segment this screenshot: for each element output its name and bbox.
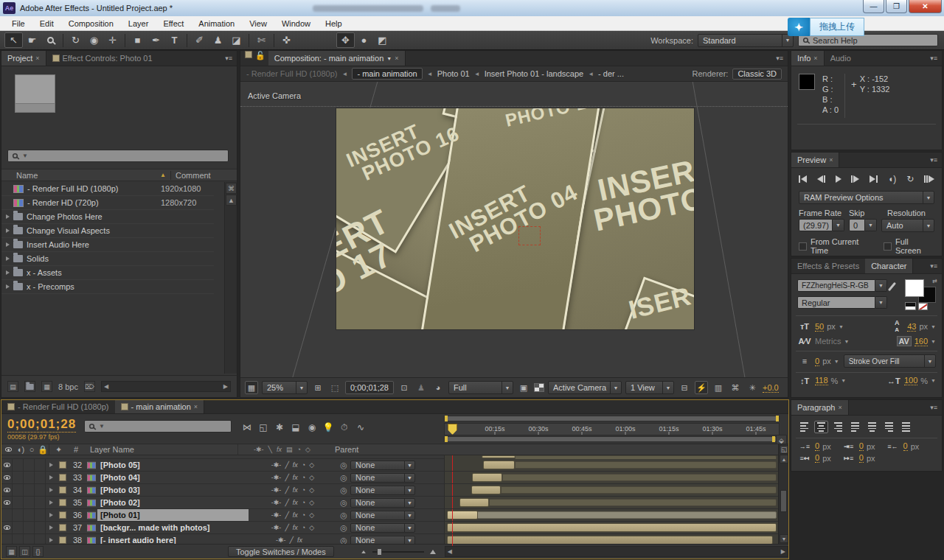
horizontal-scale-value[interactable]: 100 [904,376,917,385]
space-before-control[interactable]: ≡↤ 0px [797,453,831,463]
layer-row-32[interactable]: 32 [Photo 05] -✱-╱fx◔◇ ◎ None▼ [1,459,788,472]
exposure-value[interactable]: +0.0 [763,383,779,393]
stroke-mode-dropdown[interactable]: Stroke Over Fill ▼ [844,354,936,368]
rotation-tool[interactable]: ↻ [66,32,85,48]
tab-paragraph[interactable]: Paragraph× [791,400,849,415]
tab-timeline-main[interactable]: - main animation × [115,400,205,413]
layer-name[interactable]: [Photo 05] [97,459,249,471]
justify-last-center-button[interactable] [865,421,879,433]
expand-triangle-icon[interactable] [6,284,10,289]
from-current-time-checkbox[interactable] [799,242,807,251]
ram-preview-options-dropdown[interactable]: RAM Preview Options ▼ [799,191,934,204]
draft-3d-icon[interactable]: ◱ [255,420,271,435]
timeline-column-headers[interactable]: ◖) ○ 🔒 ✦ # Layer Name -✱-╲fx▤◔◇ Parent [1,444,788,455]
close-icon[interactable]: × [829,156,833,164]
scroll-up-icon[interactable]: ▲ [780,455,788,463]
tab-effects-presets[interactable]: Effects & Presets [791,259,865,273]
timeline-vscrollbar[interactable]: ◱ ▲ ▼ [778,444,788,544]
time-ruler[interactable]: 00:15s 00:30s 00:45s 01:00s 01:15s 01:30… [444,423,780,435]
panel-menu-icon[interactable]: ▾≡ [221,51,237,66]
toggle-switches-modes-button[interactable]: Toggle Switches / Modes [228,546,334,557]
project-hscrollbar[interactable]: ◀▶ [101,381,231,392]
new-composition-icon[interactable]: ▦ [41,381,52,392]
flowchart-icon[interactable]: ⌘ [226,183,237,194]
tab-info[interactable]: Info× [791,51,825,66]
project-folder-precomps[interactable]: x - Precomps [1,280,214,294]
fast-previews-icon[interactable]: ⚡ [695,381,708,394]
tab-preview[interactable]: Preview× [791,153,839,167]
kerning-control[interactable]: A⁄V Metrics ▼ [797,336,849,346]
stroke-width-value[interactable]: 0 [815,357,819,366]
indent-right-control[interactable]: ≡← 0px [886,441,920,451]
solo-toggle[interactable] [24,459,35,471]
hide-shy-layers-icon[interactable]: ✱ [271,420,288,435]
composition-viewer[interactable]: Active Camera INSERTPHOTO 16 PHOTO 15 IN… [240,82,788,377]
scroll-thumb[interactable] [780,490,787,512]
expand-modes-icon[interactable]: ◫ [19,546,30,557]
eye-icon[interactable] [1,472,13,483]
puppet-pin-tool[interactable]: ✜ [277,32,296,48]
panel-menu-icon[interactable]: ▾≡ [926,400,942,415]
label-color-swatch[interactable] [59,524,66,531]
composition-image[interactable]: INSERTPHOTO 16 PHOTO 15 INSERTPHOTO 04 I… [336,108,694,329]
camera-tool[interactable]: ◉ [85,32,103,48]
eye-icon[interactable] [1,522,13,533]
current-time-display[interactable]: 0;00;01;28 [7,417,76,433]
parent-dropdown[interactable]: None▼ [350,461,415,470]
parent-dropdown[interactable]: None▼ [350,486,415,495]
snapshot-icon[interactable]: ⊡ [398,381,411,394]
type-tool[interactable]: T [165,32,184,48]
align-left-button[interactable] [797,421,811,433]
graph-editor-icon[interactable]: ∿ [353,420,369,435]
expand-triangle-icon[interactable] [49,525,53,530]
leading-value[interactable]: 43 [907,322,916,332]
project-folder-solids[interactable]: Solids [1,252,214,266]
parent-dropdown[interactable]: None▼ [350,498,415,508]
indent-left-value[interactable]: 0 [815,441,819,451]
frame-rate-dropdown[interactable]: (29.97)▼ [799,219,844,232]
loop-button[interactable]: ↻ [906,173,914,185]
minimize-button[interactable]: — [863,0,884,13]
layer-name[interactable]: [Photo 02] [97,497,249,508]
first-frame-button[interactable] [799,173,807,185]
indent-right-value[interactable]: 0 [903,441,908,451]
space-before-value[interactable]: 0 [815,453,819,463]
scroll-up-icon[interactable]: ▲ [226,195,237,206]
vertical-scale-value[interactable]: 118 [815,376,828,385]
show-snapshot-icon[interactable]: ♟ [414,381,428,394]
current-time-indicator[interactable] [448,424,457,435]
expand-triangle-icon[interactable] [49,500,53,505]
expand-triangle-icon[interactable] [49,463,53,467]
restore-button[interactable]: ❐ [886,0,907,13]
label-color-swatch[interactable] [59,499,66,506]
close-icon[interactable]: × [194,403,198,410]
breadcrumb-render[interactable]: - Render Full HD (1080p) [246,69,338,78]
font-style-dropdown[interactable]: Regular▼ [797,296,887,309]
project-column-headers[interactable]: Name ▲ Comment [1,169,237,181]
tab-composition[interactable]: Composition: - main animation ▼ × [268,51,406,66]
project-folder-change-visual[interactable]: Change Visual Aspects [1,224,214,238]
tracking-control[interactable]: A︎V 160 ▼ [897,336,936,346]
layer-name[interactable]: [Photo 04] [97,472,249,483]
parent-dropdown[interactable]: None▼ [350,511,415,520]
eye-icon[interactable] [1,459,13,471]
panel-menu-icon[interactable]: ▾≡ [926,153,942,167]
frame-blending-icon[interactable]: ⬓ [288,420,304,435]
layer-name[interactable]: [backgr... made with photos] [97,522,249,533]
comp-flowchart-icon[interactable]: ⌘ [729,381,742,394]
fill-color-swatch[interactable] [905,279,924,297]
align-center-button[interactable] [814,421,828,433]
expand-inout-icon[interactable]: {} [32,546,44,557]
tab-audio[interactable]: Audio [825,51,857,66]
view-layout-dropdown[interactable]: 1 View ▼ [625,381,674,394]
clone-stamp-tool[interactable]: ♟ [209,32,227,48]
indent-first-value[interactable]: 0 [859,441,864,451]
menu-composition[interactable]: Composition [61,16,121,30]
parent-pickwhip-icon[interactable]: ◎ [337,522,350,533]
kerning-value[interactable]: Metrics [815,337,841,346]
parent-pickwhip-icon[interactable]: ◎ [337,459,350,471]
panel-menu-icon[interactable]: ▾≡ [926,51,942,66]
eye-icon[interactable] [1,484,13,496]
menu-help[interactable]: Help [318,16,350,30]
menu-window[interactable]: Window [274,16,318,30]
